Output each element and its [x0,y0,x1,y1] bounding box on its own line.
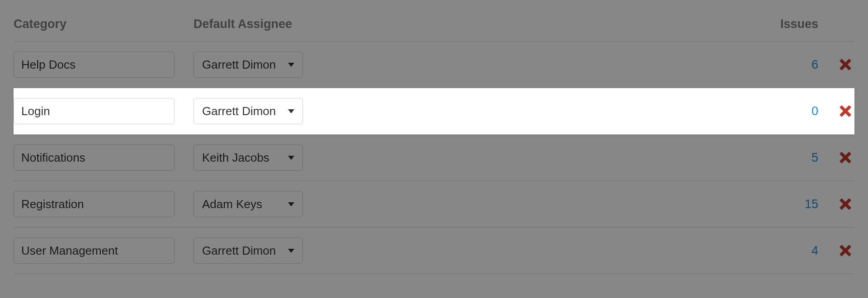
chevron-down-icon [288,109,294,113]
chevron-down-icon [288,202,294,206]
category-name-input[interactable] [14,144,175,171]
assignee-select-label: Keith Jacobs [202,151,269,165]
issues-count-link[interactable]: 5 [811,151,818,164]
column-header-issues: Issues [737,17,818,31]
chevron-down-icon [288,249,294,253]
delete-icon[interactable] [839,151,852,164]
table-row: Garrett Dimon 0 [14,88,854,135]
issues-count-link[interactable]: 0 [811,104,818,118]
assignee-select-label: Garrett Dimon [202,104,276,118]
column-header-category: Category [14,17,193,31]
assignee-select-label: Adam Keys [202,197,262,211]
table-row: Garrett Dimon 4 [14,228,854,274]
category-name-input[interactable] [14,98,175,124]
delete-icon[interactable] [839,244,852,257]
table-row: Garrett Dimon 6 [14,42,854,88]
assignee-select-label: Garrett Dimon [202,58,276,72]
categories-table: Category Default Assignee Issues Garrett… [0,0,868,274]
issues-count-link[interactable]: 15 [805,197,818,211]
assignee-select[interactable]: Adam Keys [193,191,303,217]
issues-count-link[interactable]: 4 [811,244,818,257]
delete-icon[interactable] [839,105,852,117]
assignee-select[interactable]: Keith Jacobs [193,144,303,171]
assignee-select[interactable]: Garrett Dimon [193,98,303,124]
column-header-assignee: Default Assignee [193,17,737,31]
category-name-input[interactable] [14,51,175,78]
table-header: Category Default Assignee Issues [14,17,854,42]
delete-icon[interactable] [839,58,852,71]
assignee-select[interactable]: Garrett Dimon [193,237,303,264]
assignee-select-label: Garrett Dimon [202,244,276,258]
delete-icon[interactable] [839,198,852,210]
issues-count-link[interactable]: 6 [811,58,818,71]
table-row: Keith Jacobs 5 [14,135,854,181]
table-row: Adam Keys 15 [14,181,854,228]
assignee-select[interactable]: Garrett Dimon [193,51,303,78]
category-name-input[interactable] [14,191,175,217]
chevron-down-icon [288,156,294,160]
category-name-input[interactable] [14,237,175,264]
chevron-down-icon [288,63,294,67]
